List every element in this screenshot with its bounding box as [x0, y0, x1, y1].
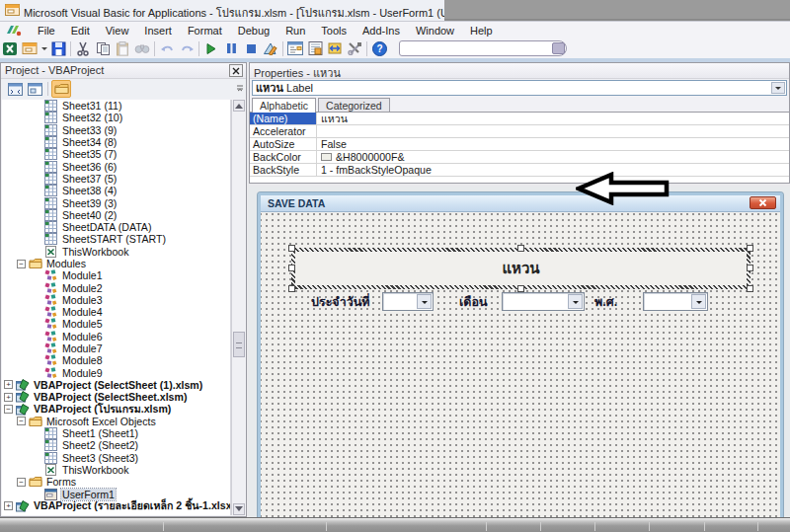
- toggle-folders-icon[interactable]: [51, 80, 71, 98]
- resize-handle[interactable]: [747, 245, 753, 252]
- property-name[interactable]: BackColor: [250, 151, 317, 163]
- property-value[interactable]: แหวน: [317, 113, 789, 124]
- menu-addins[interactable]: Add-Ins: [355, 24, 408, 38]
- expand-icon[interactable]: +: [4, 380, 13, 389]
- tree-item-forms[interactable]: −Forms: [2, 476, 230, 488]
- expand-icon[interactable]: +: [4, 393, 13, 402]
- tab-alphabetic[interactable]: Alphabetic: [252, 98, 316, 113]
- tree-item-module3[interactable]: Module3: [2, 294, 230, 306]
- tree-item-sheet34-8[interactable]: Sheet34 (8): [2, 136, 230, 148]
- menu-run[interactable]: Run: [277, 24, 313, 38]
- property-value[interactable]: 1 - fmBackStyleOpaque: [317, 164, 789, 176]
- chevron-down-icon[interactable]: [40, 39, 48, 57]
- scroll-up-icon[interactable]: [233, 100, 245, 112]
- tree-item-module6[interactable]: Module6: [2, 331, 230, 342]
- property-name[interactable]: BackStyle: [250, 164, 317, 176]
- save-icon[interactable]: [48, 39, 68, 57]
- tree-item-sheet1-sheet1[interactable]: Sheet1 (Sheet1): [2, 427, 230, 439]
- tree-item-thisworkbook[interactable]: ThisWorkbook: [2, 246, 230, 258]
- chevron-down-icon[interactable]: [771, 82, 785, 94]
- property-name[interactable]: Accelerator: [250, 125, 317, 137]
- tree-item-sheetstart-start[interactable]: SheetSTART (START): [2, 233, 230, 245]
- menu-window[interactable]: Window: [408, 24, 462, 38]
- toolbar-position-field[interactable]: [399, 40, 567, 56]
- menu-edit[interactable]: Edit: [63, 24, 98, 38]
- object-selector-combo[interactable]: แหวน Label: [252, 80, 787, 96]
- property-row-autosize[interactable]: AutoSizeFalse: [250, 138, 789, 151]
- property-name[interactable]: AutoSize: [250, 138, 317, 150]
- property-value[interactable]: &H8000000F&: [317, 151, 789, 163]
- tree-item-thisworkbook[interactable]: ThisWorkbook: [2, 464, 230, 476]
- project-tree-scrollbar[interactable]: [231, 100, 245, 515]
- view-object-icon[interactable]: [25, 80, 44, 98]
- collapse-icon[interactable]: −: [4, 405, 13, 414]
- property-name[interactable]: (Name): [250, 113, 317, 124]
- toolbox-icon[interactable]: [345, 39, 364, 57]
- combobox-1[interactable]: [502, 292, 585, 311]
- cut-icon[interactable]: [73, 39, 93, 57]
- field-label-0[interactable]: ประจำวันที่: [311, 292, 370, 312]
- tree-item-sheet39-3[interactable]: Sheet39 (3): [2, 196, 230, 208]
- field-label-2[interactable]: พ.ศ.: [594, 292, 617, 312]
- find-icon[interactable]: [132, 39, 152, 57]
- properties-window-icon[interactable]: [305, 39, 325, 57]
- property-value[interactable]: [317, 125, 789, 137]
- combobox-0[interactable]: [382, 292, 434, 311]
- tree-item-sheet3-sheet3[interactable]: Sheet3 (Sheet3): [2, 452, 230, 464]
- tree-item-vbaproject-selectsheet-1-xlsm[interactable]: +VBAProject (SelectSheet (1).xlsm): [2, 379, 230, 391]
- tree-item-sheet35-7[interactable]: Sheet35 (7): [2, 148, 230, 160]
- tree-item-sheet40-2[interactable]: Sheet40 (2): [2, 209, 230, 221]
- tree-item-module5[interactable]: Module5: [2, 318, 230, 330]
- menu-help[interactable]: Help: [462, 24, 501, 38]
- resize-handle[interactable]: [517, 285, 524, 292]
- tree-item-sheet36-6[interactable]: Sheet36 (6): [2, 160, 230, 172]
- menu-view[interactable]: View: [98, 24, 137, 38]
- tree-item-sheet32-10[interactable]: Sheet32 (10): [2, 112, 230, 123]
- tree-item-modules[interactable]: −Modules: [2, 258, 230, 269]
- toolbar-field-button[interactable]: [552, 42, 565, 54]
- properties-panel-header[interactable]: Properties - แหวน: [250, 63, 789, 79]
- stop-icon[interactable]: [241, 39, 261, 57]
- tree-item-sheetdata-data[interactable]: SheetDATA (DATA): [2, 221, 230, 233]
- tree-item-module8[interactable]: Module8: [2, 354, 230, 366]
- toolbar-overflow-icon[interactable]: [236, 84, 244, 92]
- selected-label-control[interactable]: แหวน: [291, 248, 750, 289]
- collapse-icon[interactable]: −: [17, 260, 26, 268]
- menu-tools[interactable]: Tools: [313, 24, 355, 38]
- tree-item-vbaproject-โปรแกรม-xlsm[interactable]: −VBAProject (โปรแกรม.xlsm): [2, 403, 230, 415]
- tree-item-sheet2-sheet2[interactable]: Sheet2 (Sheet2): [2, 439, 230, 451]
- insert-userform-icon[interactable]: [20, 39, 40, 57]
- scrollbar-thumb[interactable]: [233, 332, 245, 357]
- resize-handle[interactable]: [747, 285, 753, 292]
- menu-file[interactable]: File: [30, 24, 63, 38]
- resize-handle[interactable]: [288, 265, 295, 271]
- property-row-accelerator[interactable]: Accelerator: [250, 125, 789, 138]
- userform-client-area[interactable]: แหวน ประจำวันที่เดือนพ.ศ.: [261, 213, 780, 517]
- field-label-1[interactable]: เดือน: [459, 292, 487, 312]
- close-icon[interactable]: [229, 64, 243, 77]
- tree-item-module2[interactable]: Module2: [2, 281, 230, 293]
- menu-debug[interactable]: Debug: [230, 24, 277, 38]
- tree-item-module7[interactable]: Module7: [2, 342, 230, 354]
- collapse-icon[interactable]: −: [17, 478, 26, 487]
- help-icon[interactable]: ?: [369, 39, 389, 57]
- tree-item-vbaproject-รายละเอียดเหล็ก-2-ชิ้น-1-xlsx[interactable]: +VBAProject (รายละเอียดเหล็ก 2 ชิ้น-1.xl…: [2, 500, 230, 512]
- resize-handle[interactable]: [747, 265, 753, 271]
- excel-icon[interactable]: [0, 39, 20, 57]
- project-panel-header[interactable]: Project - VBAProject: [1, 63, 246, 79]
- tree-item-sheet37-5[interactable]: Sheet37 (5): [2, 173, 230, 185]
- run-icon[interactable]: [201, 39, 221, 57]
- resize-handle[interactable]: [517, 245, 524, 252]
- tree-item-sheet31-11[interactable]: Sheet31 (11): [2, 100, 230, 112]
- scroll-down-icon[interactable]: [233, 503, 245, 515]
- tree-item-module9[interactable]: Module9: [2, 367, 230, 379]
- tab-categorized[interactable]: Categorized: [318, 98, 390, 113]
- combobox-2[interactable]: [643, 292, 708, 311]
- tree-item-microsoft-excel-objects[interactable]: −Microsoft Excel Objects: [2, 416, 230, 427]
- view-code-icon[interactable]: [5, 80, 25, 98]
- collapse-icon[interactable]: −: [17, 417, 26, 425]
- chevron-down-icon[interactable]: [417, 294, 432, 309]
- undo-icon[interactable]: [157, 39, 177, 57]
- property-row-backcolor[interactable]: BackColor&H8000000F&: [250, 151, 789, 164]
- resize-handle[interactable]: [288, 245, 295, 252]
